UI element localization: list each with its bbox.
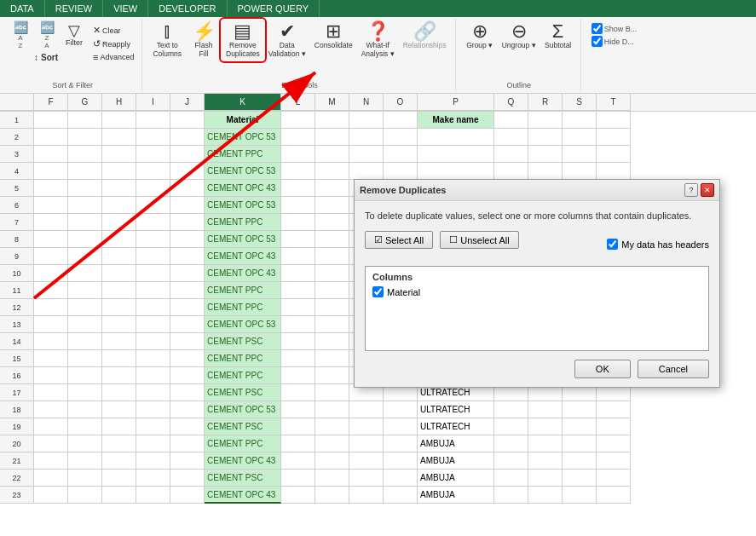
row-num-14: 14 (0, 333, 34, 350)
col-Q[interactable]: Q (494, 94, 528, 111)
dialog-help-button[interactable]: ? (684, 183, 698, 197)
cell-J1[interactable] (170, 112, 205, 129)
cell-K17[interactable]: CEMENT PSC (205, 384, 281, 401)
cell-S1[interactable] (563, 112, 597, 129)
cell-F1[interactable] (34, 112, 68, 129)
col-J[interactable]: J (170, 94, 205, 111)
col-I[interactable]: I (136, 94, 170, 111)
row-num-18: 18 (0, 401, 34, 418)
columns-box: Columns Material (365, 266, 709, 351)
cell-K18[interactable]: CEMENT OPC 53 (205, 401, 281, 418)
cell-K11[interactable]: CEMENT PPC (205, 282, 281, 299)
advanced-button[interactable]: ≡ Advanced (90, 51, 136, 63)
col-R[interactable]: R (528, 94, 563, 111)
cell-P4[interactable] (418, 163, 494, 180)
cell-P20[interactable]: AMBUJA (418, 435, 494, 452)
cell-K20[interactable]: CEMENT PPC (205, 435, 281, 452)
cell-L1[interactable] (281, 112, 315, 129)
data-validation-button[interactable]: ✔ DataValidation ▾ (265, 20, 309, 60)
cell-K15[interactable]: CEMENT PPC (205, 350, 281, 367)
cell-P19[interactable]: ULTRATECH (418, 418, 494, 435)
cell-R1[interactable] (528, 112, 563, 129)
flash-fill-button[interactable]: ⚡ FlashFill (187, 20, 221, 60)
relationships-button[interactable]: 🔗 Relationships (400, 20, 450, 51)
my-data-headers-checkbox[interactable] (607, 239, 618, 250)
tab-developer[interactable]: DEVELOPER (148, 0, 227, 17)
cell-P23[interactable]: AMBUJA (418, 487, 494, 504)
select-all-button[interactable]: ☑ Select All (365, 231, 433, 249)
cell-K3[interactable]: CEMENT PPC (205, 146, 281, 163)
cell-I1[interactable] (136, 112, 170, 129)
tab-review[interactable]: REVIEW (45, 0, 103, 17)
cell-K2[interactable]: CEMENT OPC 53 (205, 129, 281, 146)
cell-P18[interactable]: ULTRATECH (418, 401, 494, 418)
cell-K9[interactable]: CEMENT OPC 43 (205, 248, 281, 265)
reapply-button[interactable]: ↺ Reapply (90, 37, 136, 50)
cell-P22[interactable]: AMBUJA (418, 470, 494, 487)
col-S[interactable]: S (563, 94, 597, 111)
table-row: CEMENT OPC 43 AMBUJA (34, 487, 631, 504)
cell-N1[interactable] (349, 112, 384, 129)
cell-K4[interactable]: CEMENT OPC 53 (205, 163, 281, 180)
cell-P1[interactable]: Make name (418, 112, 494, 129)
ok-button[interactable]: OK (574, 360, 631, 378)
col-N[interactable]: N (349, 94, 384, 111)
cell-K23[interactable]: CEMENT OPC 43 (205, 487, 281, 504)
cell-K16[interactable]: CEMENT PPC (205, 367, 281, 384)
remove-duplicates-button[interactable]: ▤ RemoveDuplicates (222, 20, 263, 60)
outline-label: Outline (506, 79, 531, 89)
group-button[interactable]: ⊕ Group ▾ (463, 20, 497, 51)
sort-button[interactable]: ↕ Sort (31, 51, 65, 64)
ribbon-content: 🔤 A Z 🔤 Z A ▽ Filter (0, 17, 756, 94)
cell-K19[interactable]: CEMENT PSC (205, 418, 281, 435)
consolidate-button[interactable]: ⊞ Consolidate (311, 20, 356, 51)
unselect-all-button[interactable]: ☐ Unselect All (440, 231, 518, 249)
table-row: CEMENT OPC 53 (34, 129, 631, 146)
row-num-2: 2 (0, 129, 34, 146)
cell-K13[interactable]: CEMENT OPC 53 (205, 316, 281, 333)
cell-M1[interactable] (315, 112, 349, 129)
subtotal-button[interactable]: Σ Subtotal (541, 20, 575, 51)
cell-K6[interactable]: CEMENT OPC 53 (205, 197, 281, 214)
tab-data[interactable]: DATA (0, 0, 45, 17)
text-to-columns-button[interactable]: ⫿ Text toColumns (149, 20, 185, 60)
cell-K1[interactable]: Material (205, 112, 281, 129)
dialog-title: Remove Duplicates (360, 185, 446, 195)
cell-K5[interactable]: CEMENT OPC 43 (205, 180, 281, 197)
col-O[interactable]: O (384, 94, 418, 111)
cell-O1[interactable] (384, 112, 418, 129)
col-L[interactable]: L (281, 94, 315, 111)
cell-K14[interactable]: CEMENT PSC (205, 333, 281, 350)
cell-H1[interactable] (102, 112, 136, 129)
material-column-checkbox[interactable] (372, 286, 384, 297)
col-G[interactable]: G (68, 94, 102, 111)
row-num-4: 4 (0, 163, 34, 180)
cancel-button[interactable]: Cancel (638, 360, 709, 378)
what-if-button[interactable]: ❓ What-IfAnalysis ▾ (358, 20, 398, 60)
cell-G1[interactable] (68, 112, 102, 129)
cell-K21[interactable]: CEMENT OPC 43 (205, 452, 281, 470)
cell-K7[interactable]: CEMENT PPC (205, 214, 281, 231)
select-all-icon: ☑ (374, 234, 383, 245)
clear-button[interactable]: ✕ Clear (90, 24, 136, 37)
col-M[interactable]: M (315, 94, 349, 111)
cell-Q1[interactable] (494, 112, 528, 129)
cell-P2[interactable] (418, 129, 494, 146)
tab-view[interactable]: VIEW (103, 0, 148, 17)
dialog-close-button[interactable]: ✕ (701, 183, 714, 197)
col-K[interactable]: K (205, 94, 281, 111)
col-H[interactable]: H (102, 94, 136, 111)
cell-P3[interactable] (418, 146, 494, 163)
cell-K12[interactable]: CEMENT PPC (205, 299, 281, 316)
col-T[interactable]: T (597, 94, 631, 111)
cell-K8[interactable]: CEMENT OPC 53 (205, 231, 281, 248)
ungroup-button[interactable]: ⊖ Ungroup ▾ (499, 20, 540, 51)
cell-K10[interactable]: CEMENT OPC 43 (205, 265, 281, 282)
col-F[interactable]: F (34, 94, 68, 111)
cell-K22[interactable]: CEMENT PSC (205, 470, 281, 487)
tab-power-query[interactable]: POWER QUERY (228, 0, 320, 17)
cell-P21[interactable]: AMBUJA (418, 452, 494, 470)
filter-button[interactable]: ▽ Filter (61, 21, 87, 49)
col-P[interactable]: P (418, 94, 494, 111)
cell-T1[interactable] (597, 112, 631, 129)
